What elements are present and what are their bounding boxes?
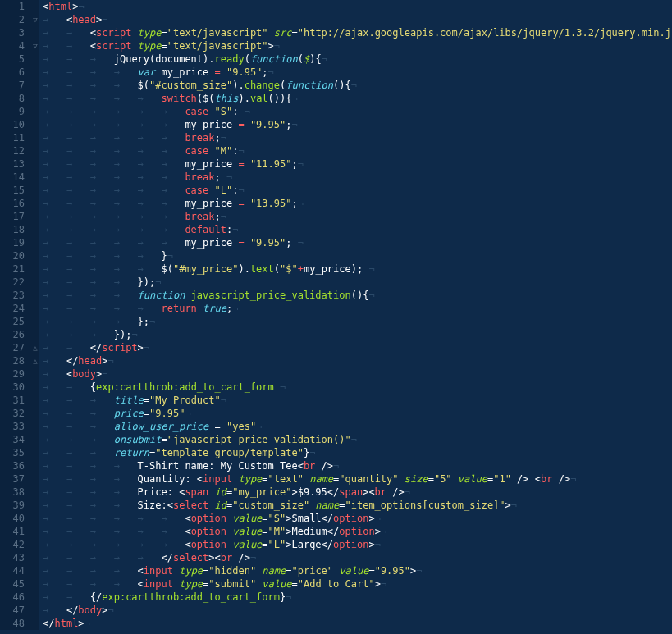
token-punct: < <box>185 539 190 550</box>
code-line[interactable]: → → → → });¬ <box>43 276 672 289</box>
token-punct: my_price <box>185 119 238 130</box>
code-line[interactable]: → </head>¬ <box>43 354 672 367</box>
token-ws: ¬ <box>291 237 303 249</box>
token-ws: → → → → → → <box>43 198 185 209</box>
token-punct: > <box>138 342 144 353</box>
code-line[interactable]: → → → → → → <option value="S">Small</opt… <box>43 512 672 525</box>
code-line[interactable]: → → → → function javascript_price_valida… <box>43 289 672 302</box>
token-tag: option <box>333 539 368 550</box>
token-punct: > <box>368 539 374 550</box>
code-line[interactable]: → → → → → → my_price = "11.95";¬ <box>43 157 672 171</box>
token-str: "11.95" <box>250 158 292 170</box>
token-ws: → → <box>43 27 90 39</box>
code-line[interactable]: → → → jQuery(document).ready(function($)… <box>43 52 672 66</box>
token-fn: javascript_price_validation <box>191 290 351 301</box>
fold-marker <box>31 538 39 551</box>
code-line[interactable]: → → → → → → case "M":¬ <box>43 144 672 157</box>
token-ws: ¬ <box>102 14 107 25</box>
token-str: "custom_size" <box>232 499 309 511</box>
token-ws: → → → → → <box>43 263 162 275</box>
code-line[interactable]: → <head>¬ <box>43 13 672 26</box>
code-line[interactable]: → → → → → → default:¬ <box>43 223 672 236</box>
token-ws: → → → → → → <box>43 211 185 222</box>
code-line[interactable]: → → → → <input type="submit" value="Add … <box>43 577 672 591</box>
token-punct: = <box>291 27 297 39</box>
code-line[interactable]: </html>¬ <box>43 617 672 630</box>
line-number: 3 <box>3 26 25 39</box>
code-line[interactable]: → → → → Size:<select id="custom_size" na… <box>43 499 672 512</box>
code-line[interactable]: → → → → → → <option value="M">Medium</op… <box>43 525 672 538</box>
token-ws: → → → → <box>43 80 138 91</box>
token-str: "javascript_price_validation()" <box>167 434 351 445</box>
code-line[interactable]: → → → → → → break;¬ <box>43 131 672 144</box>
fold-marker <box>31 223 39 236</box>
line-number: 21 <box>3 262 25 276</box>
token-punct: = <box>368 565 374 577</box>
code-line[interactable]: → → → return="template_group/template"}¬ <box>43 446 672 459</box>
token-kw2: switch <box>162 93 197 104</box>
token-punct: ). <box>232 80 244 91</box>
fold-marker <box>31 407 39 420</box>
token-ws: ¬ <box>155 276 161 288</box>
code-line[interactable]: → → → → → → my_price = "9.95"; ¬ <box>43 236 672 249</box>
token-kw2: = <box>238 198 244 209</box>
code-line[interactable]: → → → → var my_price = "9.95";¬ <box>43 66 672 79</box>
code-line[interactable]: → → {/exp:cartthrob:add_to_cart_form}¬ <box>43 591 672 604</box>
code-line[interactable]: → → → → → → break; ¬ <box>43 171 672 184</box>
token-ws: → → → → <box>43 565 138 577</box>
code-line[interactable]: → <body>¬ <box>43 367 672 381</box>
code-line[interactable]: → → → → → → <option value="L">Large</opt… <box>43 538 672 551</box>
token-tag: br <box>304 460 315 472</box>
code-line[interactable]: → → → onsubmit="javascript_price_validat… <box>43 433 672 446</box>
fold-marker[interactable]: ▽ <box>31 13 39 26</box>
line-number: 32 <box>3 407 25 420</box>
token-punct: {/ <box>90 591 102 603</box>
code-line[interactable]: → → → });¬ <box>43 328 672 341</box>
token-str: "9.95" <box>226 66 262 78</box>
code-line[interactable]: → → → → };¬ <box>43 315 672 328</box>
code-line[interactable]: → → → → → $("#my_price").text("$"+my_pri… <box>43 262 672 276</box>
code-line[interactable]: → → → → Quantity: <input type="text" nam… <box>43 472 672 486</box>
code-line[interactable]: → → </script>¬ <box>43 341 672 354</box>
code-line[interactable]: → → → → → → my_price = "9.95";¬ <box>43 118 672 131</box>
code-line[interactable]: → → → → $("#custom_size").change(functio… <box>43 79 672 92</box>
code-line[interactable]: → → → title="My Product"¬ <box>43 394 672 407</box>
code-line[interactable]: → → <script type="text/javascript">¬ <box>43 39 672 52</box>
token-punct: my_price); <box>304 263 363 275</box>
code-line[interactable]: → → → → → → case "S": ¬ <box>43 105 672 118</box>
token-ws: → → → → → → <box>43 539 185 550</box>
token-ws: → → <box>43 342 90 353</box>
line-number: 18 <box>3 223 25 236</box>
code-line[interactable]: → → → → → → break;¬ <box>43 210 672 223</box>
token-tag: span <box>339 486 363 498</box>
token-str: "5" <box>434 473 452 485</box>
fold-marker <box>31 315 39 328</box>
code-line[interactable]: → → → allow_user_price = "yes"¬ <box>43 420 672 433</box>
code-area[interactable]: <html>¬→ <head>¬→ → <script type="text/j… <box>39 0 672 630</box>
fold-marker[interactable]: ▽ <box>31 39 39 52</box>
code-line[interactable]: → → → price="9.95"¬ <box>43 407 672 420</box>
code-line[interactable]: → → {exp:cartthrob:add_to_cart_form ¬ <box>43 381 672 394</box>
token-punct: > <box>268 40 274 52</box>
token-tag: script <box>96 40 138 52</box>
token-punct: >Medium</ <box>286 526 339 537</box>
token-ws: → → → → → → <box>43 526 185 537</box>
line-number: 17 <box>3 210 25 223</box>
code-line[interactable]: → → → → <input type="hidden" name="price… <box>43 564 672 577</box>
code-line[interactable]: → → → → → return true;¬ <box>43 302 672 315</box>
code-line[interactable]: → → → → → → case "L":¬ <box>43 184 672 197</box>
code-line[interactable]: → → → → → → my_price = "13.95";¬ <box>43 197 672 210</box>
code-line[interactable]: → → → → → }¬ <box>43 249 672 262</box>
code-line[interactable]: → → → → → switch($(this).val()){¬ <box>43 92 672 105</box>
line-number: 11 <box>3 131 25 144</box>
code-line[interactable]: → → → → Price: <span id="my_price">$9.95… <box>43 486 672 499</box>
fold-marker[interactable]: △ <box>31 354 39 367</box>
token-ws: ¬ <box>363 263 374 275</box>
token-attr: type <box>179 565 203 577</box>
code-line[interactable]: → → <script type="text/javascript" src="… <box>43 26 672 39</box>
code-line[interactable]: → </body>¬ <box>43 604 672 617</box>
code-line[interactable]: → → → → T-Shirt name: My Custom Tee<br /… <box>43 459 672 472</box>
code-line[interactable]: <html>¬ <box>43 0 672 13</box>
fold-marker[interactable]: △ <box>31 341 39 354</box>
code-line[interactable]: → → → → → </select><br />¬ <box>43 551 672 564</box>
